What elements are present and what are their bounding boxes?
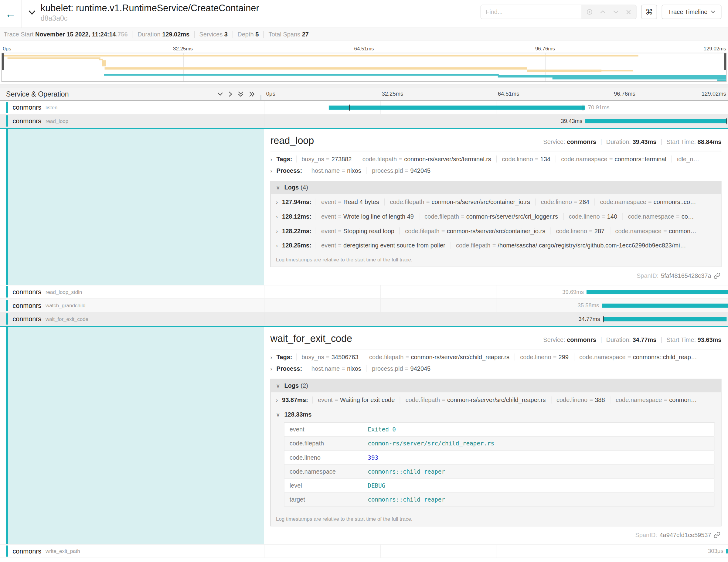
log-entry[interactable]: ›93.87ms:event=Waiting for exit codecode… <box>271 392 721 407</box>
span-table-header: Service & Operation ∥ 0μs32.25ms64.51ms9… <box>0 88 728 101</box>
log-field-value: DEBUG <box>362 479 714 492</box>
find-input[interactable] <box>481 5 582 19</box>
clear-search-icon[interactable] <box>626 9 631 15</box>
span-name-cell[interactable]: conmonrs watch_grandchild <box>0 299 264 312</box>
collapse-one-icon[interactable] <box>217 91 223 97</box>
find-group <box>481 5 637 19</box>
tags-accordion[interactable]: ›Tags:busy_ns=34506763code.filepath=conm… <box>270 350 722 362</box>
span-name-cell[interactable]: conmonrs write_exit_path <box>0 544 264 557</box>
log-entry[interactable]: ›128.12ms:event=Wrote log line of length… <box>271 209 721 223</box>
trace-header-toggle[interactable] <box>28 9 36 15</box>
next-result-icon[interactable] <box>613 10 619 14</box>
tag-item: code.filepath=conmon-rs/server/src/cri_l… <box>419 213 563 220</box>
tag-item: busy_ns=34506763 <box>296 353 364 360</box>
chevron-right-icon: › <box>276 397 278 404</box>
span-name-cell[interactable]: conmonrs listen <box>0 101 264 114</box>
log-entry[interactable]: ›127.94ms:event=Read 4 bytescode.filepat… <box>271 194 721 209</box>
span-operation-name: read_loop <box>46 118 68 124</box>
tag-item: idle_n… <box>672 155 705 162</box>
prev-result-icon[interactable] <box>600 10 606 14</box>
column-resize-handle[interactable]: ∥ <box>259 94 262 100</box>
span-detail-gutter <box>0 129 264 285</box>
span-row[interactable]: conmonrs read_loop_stdin 39.69ms <box>0 285 728 299</box>
collapse-all-icon[interactable] <box>237 91 243 97</box>
log-entry[interactable]: ›128.25ms:event=deregistering event sour… <box>271 238 721 252</box>
log-entry-expanded[interactable]: ∨128.33ms <box>271 407 721 421</box>
minimap-span-bar <box>105 67 527 70</box>
span-duration-label: 35.58ms <box>578 302 599 309</box>
tags-label: Tags: <box>277 155 292 162</box>
span-bar[interactable] <box>726 549 728 553</box>
span-timeline-cell[interactable]: 70.91ms <box>264 101 728 114</box>
span-color-accent <box>6 546 8 557</box>
process-label: Process: <box>277 167 302 174</box>
tag-item: event=Stopping read loop <box>316 227 400 234</box>
span-row[interactable]: conmonrs read_loop 39.43ms <box>0 114 728 128</box>
chevron-right-icon: › <box>270 354 272 361</box>
minimap-tick-label: 32.25ms <box>173 46 193 51</box>
span-name-cell[interactable]: conmonrs wait_for_exit_code <box>0 312 264 325</box>
minimap-tick-label: 0μs <box>3 46 11 51</box>
span-timeline-cell[interactable]: 39.43ms <box>264 114 728 128</box>
span-bar-tick <box>349 105 350 111</box>
span-timeline-cell[interactable]: 35.58ms <box>264 299 728 312</box>
logs-header[interactable]: ∨Logs (2) <box>271 379 721 392</box>
minimap-canvas[interactable] <box>2 53 727 82</box>
span-timeline-cell[interactable]: 303μs <box>264 544 728 557</box>
log-field-row: targetconmonrs::child_reaper <box>284 492 714 506</box>
span-row[interactable]: conmonrs write_exit_path 303μs <box>0 544 728 558</box>
span-bar[interactable] <box>585 119 727 123</box>
back-button[interactable]: ← <box>0 0 22 28</box>
chevron-right-icon: › <box>276 199 278 206</box>
span-name-cell[interactable]: conmonrs read_loop_stdin <box>0 285 264 298</box>
expand-one-icon[interactable] <box>228 91 232 97</box>
tag-item: event=Waiting for exit code <box>312 397 400 404</box>
logs-accordion: ∨Logs (4) ›127.94ms:event=Read 4 bytesco… <box>270 181 722 267</box>
span-id-value: 4a947cfd1ce59537 <box>659 531 711 538</box>
span-row[interactable]: conmonrs listen 70.91ms <box>0 101 728 114</box>
log-timestamp: 93.87ms: <box>282 397 308 404</box>
view-selector-dropdown[interactable]: Trace Timeline <box>662 5 722 19</box>
span-link-icon[interactable] <box>713 272 720 279</box>
log-entry[interactable]: ›128.22ms:event=Stopping read loopcode.f… <box>271 223 721 238</box>
chevron-right-icon: › <box>276 242 278 249</box>
span-timeline-cell[interactable]: 34.77ms <box>264 312 728 325</box>
match-focus-icon[interactable] <box>586 9 593 15</box>
span-service-name: conmonrs <box>13 315 42 323</box>
span-row[interactable]: conmonrs watch_grandchild 35.58ms <box>0 299 728 312</box>
view-selector-label: Trace Timeline <box>668 9 707 15</box>
minimap-tick-label: 129.02ms <box>704 46 726 51</box>
process-accordion[interactable]: ›Process:host.name=nixosprocess.pid=9420… <box>270 164 722 175</box>
span-operation-name: read_loop_stdin <box>46 289 82 295</box>
span-bar[interactable] <box>329 106 585 110</box>
span-bar[interactable] <box>603 317 727 321</box>
span-timeline-cell[interactable]: 39.69ms <box>264 285 728 298</box>
timeline-tick-label: 32.25ms <box>382 90 403 97</box>
span-link-icon[interactable] <box>713 531 720 538</box>
keyboard-shortcuts-button[interactable]: ⌘ <box>641 5 657 19</box>
span-start-time: Start Time: 93.63ms <box>666 336 721 343</box>
minimap-span-bar <box>104 74 499 76</box>
tag-item: code.filepath=conmon-rs/server/src/termi… <box>357 155 496 162</box>
minimap-tick-label: 96.76ms <box>535 46 555 51</box>
span-bar[interactable] <box>587 290 728 294</box>
expand-all-icon[interactable] <box>249 91 255 97</box>
logs-header[interactable]: ∨Logs (4) <box>271 181 721 194</box>
tag-item: busy_ns=273882 <box>296 155 357 162</box>
minimap-right-handle[interactable] <box>724 53 726 70</box>
span-row[interactable]: conmonrs wait_for_exit_code 34.77ms <box>0 312 728 326</box>
span-service-name: conmonrs <box>13 302 42 309</box>
minimap-span-bar <box>527 70 602 72</box>
span-service-name: conmonrs <box>13 547 42 555</box>
tags-accordion[interactable]: ›Tags:busy_ns=273882code.filepath=conmon… <box>270 152 722 164</box>
minimap-left-handle[interactable] <box>2 53 4 70</box>
span-id-row: SpanID: 4a947cfd1ce59537 <box>270 526 722 540</box>
span-id-label: SpanID: <box>637 272 658 279</box>
trace-start: Trace Start November 15 2022, 11:24:14.7… <box>4 31 132 38</box>
span-bar[interactable] <box>602 304 728 308</box>
log-field-value: 393 <box>362 451 714 465</box>
span-duration-label: 39.69ms <box>562 289 584 295</box>
process-accordion[interactable]: ›Process:host.name=nixosprocess.pid=9420… <box>270 362 722 373</box>
span-name-cell[interactable]: conmonrs read_loop <box>0 114 264 128</box>
log-field-key: target <box>284 492 362 506</box>
